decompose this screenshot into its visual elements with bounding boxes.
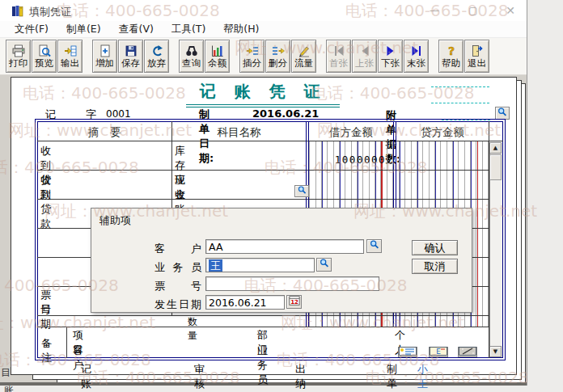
row1-debit-cell[interactable]: 1000000 — [309, 154, 386, 166]
menu-file[interactable]: 文件(F) — [6, 21, 57, 38]
ticket-number-input[interactable] — [205, 276, 379, 291]
add-page-icon — [99, 44, 112, 57]
audit-sign-label: 审核 — [194, 362, 205, 391]
customer-input[interactable]: AA — [205, 239, 364, 254]
wand-shortcut-button[interactable] — [458, 347, 477, 357]
close-button[interactable]: ✕ — [498, 3, 523, 18]
cancel-button[interactable]: 取消 — [412, 259, 458, 274]
add-button[interactable]: 增加 — [92, 40, 117, 73]
undo-icon — [150, 44, 163, 57]
delete-entry-button[interactable]: 删分 — [265, 40, 290, 73]
exit-button[interactable]: 退出 — [464, 40, 489, 73]
export-icon — [64, 44, 77, 57]
last-voucher-button[interactable]: 末张 — [404, 40, 429, 73]
memo-icon — [399, 346, 417, 358]
magnifier-icon — [297, 185, 307, 198]
first-voucher-button: 首张 — [326, 40, 351, 73]
salesman-label: 业务员 — [155, 260, 201, 275]
scroll-up-button[interactable]: ▲ — [489, 142, 502, 154]
background-window-fragment: 目 — [1, 366, 11, 380]
magnifier-icon — [369, 239, 380, 253]
menu-help[interactable]: 帮助(H) — [214, 21, 268, 38]
table-grid-line — [37, 315, 489, 316]
next-voucher-button[interactable]: 下张 — [378, 40, 403, 73]
table-grid-line — [37, 141, 503, 141]
preview-button[interactable]: 预览 — [32, 40, 57, 73]
scrollbar-thumb[interactable] — [489, 154, 502, 180]
customer-search-button[interactable] — [366, 239, 382, 253]
menu-tools[interactable]: 工具(T) — [163, 21, 214, 38]
save-button[interactable]: 保存 — [118, 40, 143, 73]
date-footer-label: 日期 — [40, 302, 51, 331]
print-button[interactable]: 打印 — [6, 40, 31, 73]
scroll-down-button[interactable]: ▼ — [489, 346, 502, 357]
stamp-shortcut-button[interactable]: E — [429, 347, 448, 357]
ticket-number-label: 票号 — [155, 279, 201, 293]
query-button[interactable]: 查询 — [179, 40, 204, 73]
voucher-title: 记 账 凭 证 — [186, 81, 340, 107]
menu-view[interactable]: 查看(V) — [110, 21, 163, 38]
attachments-search-button[interactable] — [495, 107, 510, 120]
occur-date-label: 发生日期 — [155, 297, 201, 312]
occur-date-input[interactable]: 2016.06.21 — [205, 295, 285, 310]
help-button[interactable]: ? 帮助 — [438, 40, 464, 73]
first-arrow-icon — [332, 44, 345, 57]
toolbar-group-system: ? 帮助 退出 — [438, 40, 489, 73]
magnifier-icon — [497, 107, 508, 120]
cashflow-button[interactable]: 流量 — [291, 40, 316, 73]
dashed-line — [431, 103, 489, 103]
salesman-input[interactable]: 王 — [205, 258, 315, 272]
account-search-button[interactable] — [294, 185, 309, 197]
export-button[interactable]: 输出 — [57, 40, 83, 73]
table-grid-line — [37, 170, 489, 171]
menu-voucher[interactable]: 制单(E) — [57, 21, 110, 38]
debit-header: 借方金额 — [309, 125, 393, 140]
svg-text:?: ? — [447, 44, 454, 57]
dialog-title: 辅助项 — [99, 213, 131, 228]
prev-arrow-icon — [358, 44, 371, 57]
last-arrow-icon — [410, 44, 423, 57]
window-title: 填制凭证 — [29, 5, 71, 19]
credit-header: 贷方金额 — [396, 125, 489, 140]
save-floppy-icon — [125, 44, 138, 57]
dashed-line — [431, 86, 489, 87]
memo-shortcut-button[interactable] — [398, 347, 417, 357]
preview-icon — [38, 44, 51, 57]
stamp-icon: E — [430, 346, 447, 358]
voucher-word-suffix: 字 — [86, 107, 96, 122]
printer-icon — [12, 44, 25, 57]
quantity-label: 数量 — [188, 315, 197, 343]
minimize-button[interactable]: — — [422, 3, 447, 18]
customer-label: 客户 — [155, 242, 201, 256]
magic-wand-icon — [459, 346, 476, 358]
delete-row-icon — [272, 44, 285, 57]
auxiliary-dialog: 辅助项 客户 AA 业务员 王 票号 发生日期 2016.06.21 12 确认… — [91, 208, 472, 313]
exit-door-icon — [471, 44, 484, 57]
cashier-sign-label: 出纳 — [295, 362, 306, 391]
prev-voucher-button: 上张 — [352, 40, 377, 73]
voucher-number: 0001 — [106, 108, 131, 120]
ok-button[interactable]: 确认 — [412, 240, 458, 255]
voucher-date[interactable]: 2016.06.21 — [252, 107, 319, 120]
insert-row-icon — [246, 44, 259, 57]
discard-button[interactable]: 放弃 — [144, 40, 169, 73]
bookkeeping-sign-label: 记账 — [81, 362, 91, 391]
bar-chart-icon — [211, 44, 224, 57]
magnifier-icon — [319, 258, 330, 272]
calendar-button[interactable]: 12 — [286, 295, 302, 309]
screen: 填制凭证 — ▢ ✕ 文件(F) 制单(E) 查看(V) 工具(T) 帮助(H)… — [0, 0, 563, 392]
maker-sign-label: 制单 — [387, 362, 397, 391]
calendar-icon: 12 — [289, 295, 300, 309]
row2-summary-cell[interactable]: 收到贷款 — [40, 173, 51, 231]
menu-bar: 文件(F) 制单(E) 查看(V) 工具(T) 帮助(H) — [0, 21, 527, 38]
maker-name: 小王 — [417, 362, 428, 391]
table-grid-line — [37, 327, 489, 327]
binoculars-icon — [185, 44, 198, 57]
account-header: 科目名称 — [171, 125, 307, 140]
balance-button[interactable]: 余额 — [205, 40, 230, 73]
salesman-search-button[interactable] — [316, 258, 332, 272]
insert-entry-button[interactable]: 插分 — [239, 40, 265, 73]
selected-text: 王 — [209, 259, 222, 272]
attachments-underline — [442, 120, 490, 120]
maximize-button[interactable]: ▢ — [461, 3, 485, 18]
